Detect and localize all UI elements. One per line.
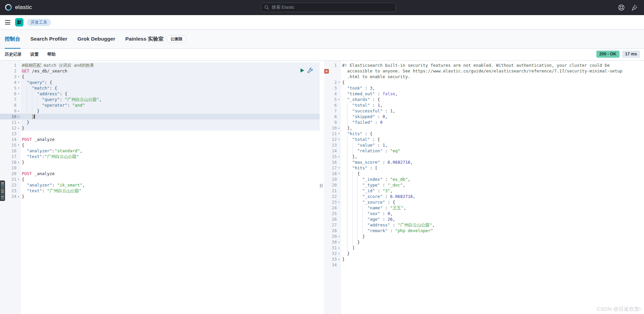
code-token: "eq"	[390, 148, 400, 153]
request-code-area[interactable]: #模糊匹配 match 分词后 and的效果GET /es_db/_search…	[21, 61, 320, 314]
gutter-line-number: 34	[324, 262, 341, 268]
code-line[interactable]: "operator": "and"	[21, 102, 320, 108]
fold-widget-icon[interactable]: ▴	[337, 251, 341, 256]
code-line[interactable]: #模糊匹配 match 分词后 and的效果	[21, 62, 320, 68]
fold-widget-icon[interactable]: ▴	[17, 194, 20, 199]
fold-widget-icon[interactable]: ▴	[337, 239, 341, 245]
code-line[interactable]: {	[21, 176, 320, 182]
code-token: :	[382, 177, 390, 182]
indent-guide	[347, 216, 347, 222]
fold-widget-icon[interactable]: ▾	[17, 142, 20, 148]
fold-widget-icon[interactable]: ▾	[337, 80, 341, 85]
code-line[interactable]: }	[21, 114, 320, 119]
indent-guide	[357, 176, 358, 182]
code-line[interactable]: POST _analyze	[21, 171, 320, 176]
indent-guide	[347, 119, 347, 125]
fold-widget-icon[interactable]: ▾	[337, 171, 341, 176]
indent-guide	[347, 199, 347, 205]
code-line[interactable]: "analyzer":"standard",	[21, 148, 320, 154]
fold-widget-icon[interactable]: ▾	[17, 176, 20, 182]
fold-widget-icon[interactable]: ▾	[337, 137, 341, 142]
tab-grok-debugger[interactable]: Grok Debugger	[77, 30, 115, 48]
code-token: "age"	[367, 217, 380, 222]
fold-widget-icon[interactable]: ▾	[17, 85, 20, 91]
code-line[interactable]	[21, 131, 320, 137]
code-line[interactable]: }	[21, 108, 320, 114]
code-line[interactable]: }	[21, 194, 320, 199]
fold-widget-icon[interactable]: ▴	[17, 114, 20, 119]
code-token: "_source"	[362, 200, 385, 205]
menu-icon[interactable]	[5, 20, 10, 24]
code-line[interactable]: "analyzer": "ik_smart",	[21, 182, 320, 188]
fold-widget-icon[interactable]: ▴	[337, 233, 341, 239]
code-line[interactable]: "address": {	[21, 91, 320, 97]
fold-widget-icon[interactable]: ▴	[17, 108, 20, 114]
elastic-logo[interactable]: elastic	[5, 4, 32, 11]
code-line[interactable]: "text":"广州白云山公园"	[21, 154, 320, 159]
code-token: }	[22, 194, 24, 199]
gutter-line-number: 7	[324, 108, 341, 114]
fold-widget-icon[interactable]: ▴	[17, 119, 20, 125]
fold-widget-icon[interactable]: ▾	[17, 91, 20, 97]
code-line[interactable]: GET /es_db/_search	[21, 68, 320, 74]
code-line[interactable]: }	[21, 119, 320, 125]
code-token: },	[342, 154, 357, 159]
code-line[interactable]: {	[21, 74, 320, 80]
party-popper-icon[interactable]	[631, 4, 638, 11]
code-line: }	[341, 256, 644, 262]
tab-search-profiler[interactable]: Search Profiler	[31, 30, 67, 48]
code-line[interactable]: }	[21, 159, 320, 165]
code-line[interactable]: POST _analyze	[21, 137, 320, 142]
fold-widget-icon[interactable]: ▾	[17, 74, 20, 80]
code-token: "match"	[32, 86, 50, 91]
code-line[interactable]: {	[21, 142, 320, 148]
code-line: "total" : 1,	[341, 102, 644, 108]
panel-resize-handle[interactable]	[320, 184, 322, 188]
code-token: ,	[393, 217, 395, 222]
code-token: #! Elasticsearch built-in security featu…	[342, 63, 610, 68]
space-avatar[interactable]: 默	[15, 18, 23, 27]
code-line[interactable]: "query": "广州白云山公园",	[21, 97, 320, 102]
gutter-line-number: 19	[324, 176, 341, 182]
fold-widget-icon[interactable]: ▾	[337, 199, 341, 205]
send-request-button[interactable]	[301, 68, 304, 72]
settings-link[interactable]: 设置	[30, 52, 39, 57]
breadcrumb[interactable]: 开发工具	[27, 19, 51, 26]
fold-widget-icon[interactable]: ▾	[17, 80, 20, 85]
fold-widget-icon[interactable]: ▾	[337, 165, 341, 171]
response-status: 200 - OK 17 ms	[596, 51, 640, 58]
gutter-line-number: 2▾	[324, 80, 341, 85]
code-token: "hits"	[347, 131, 362, 136]
fold-widget-icon[interactable]: ▴	[17, 125, 20, 131]
code-line[interactable]: "text": "广州白云山公园"	[21, 188, 320, 194]
fold-widget-icon[interactable]: ▴	[17, 159, 20, 165]
fold-widget-icon[interactable]: ▴	[337, 256, 341, 262]
code-line[interactable]: }	[21, 125, 320, 131]
code-token	[342, 222, 367, 227]
response-pane[interactable]: 12▾345▾678910▴11▾12▾131415▴1617▾18▾19202…	[324, 61, 644, 314]
help-link[interactable]: 帮助	[47, 52, 56, 57]
code-token: :	[380, 217, 388, 222]
code-line: "age" : 26,	[341, 216, 644, 222]
fold-widget-icon[interactable]: ▴	[337, 125, 341, 131]
code-token	[342, 131, 347, 136]
code-line[interactable]: "match": {	[21, 85, 320, 91]
tab-painless-lab[interactable]: Painless 实验室 公测版	[125, 30, 186, 48]
tab-console[interactable]: 控制台	[5, 30, 20, 48]
history-link[interactable]: 历史记录	[5, 52, 21, 57]
code-line[interactable]: "query": {	[21, 80, 320, 85]
code-token: ,	[390, 211, 393, 216]
wrench-icon[interactable]	[307, 67, 313, 73]
gutter-line-number: 2	[0, 68, 21, 74]
code-token: POST	[22, 137, 32, 142]
global-search-input[interactable]: 搜索 Elastic	[261, 3, 396, 12]
indent-guide	[347, 148, 347, 154]
fold-widget-icon[interactable]: ▴	[337, 154, 341, 159]
extension-handle[interactable]	[0, 180, 5, 201]
code-line[interactable]	[21, 165, 320, 171]
fold-widget-icon[interactable]: ▾	[337, 97, 341, 102]
fold-widget-icon[interactable]: ▾	[337, 131, 341, 137]
fold-widget-icon[interactable]: ▴	[337, 245, 341, 251]
life-ring-icon[interactable]	[618, 4, 625, 11]
request-editor[interactable]: 123▾4▾5▾6▾789▴10▴11▴12▴131415▾161718▴192…	[0, 61, 320, 314]
